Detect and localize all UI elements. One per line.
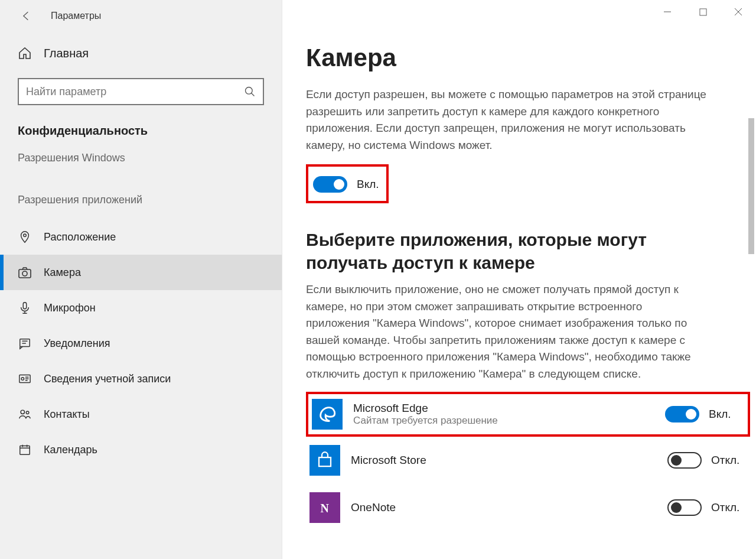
app-list: Microsoft Edge Сайтам требуется разрешен… <box>306 392 750 531</box>
store-toggle[interactable] <box>667 452 702 469</box>
minimize-button[interactable] <box>650 0 685 24</box>
camera-access-toggle[interactable] <box>313 176 347 193</box>
sidebar-item-notifications[interactable]: Уведомления <box>0 326 282 361</box>
svg-point-7 <box>21 378 24 381</box>
app-name: OneNote <box>351 501 657 514</box>
app-row-edge: Microsoft Edge Сайтам требуется разрешен… <box>312 399 742 430</box>
home-icon <box>18 46 32 60</box>
edge-row-highlight: Microsoft Edge Сайтам требуется разрешен… <box>306 392 750 437</box>
svg-rect-4 <box>23 303 27 309</box>
sidebar-item-label: Уведомления <box>44 337 110 350</box>
svg-rect-2 <box>19 269 31 278</box>
account-icon <box>18 372 32 386</box>
svg-rect-11 <box>699 8 706 15</box>
sidebar-item-camera[interactable]: Камера <box>0 255 282 290</box>
sidebar-item-label: Календарь <box>44 444 97 456</box>
location-icon <box>18 230 32 244</box>
store-toggle-label: Откл. <box>711 454 744 467</box>
svg-rect-5 <box>20 339 30 347</box>
camera-icon <box>18 265 32 280</box>
intro-text: Если доступ разрешен, вы можете с помощь… <box>306 79 708 154</box>
titlebar-left: Параметры <box>0 0 282 32</box>
sidebar: Параметры Главная Конфиденциальность Раз… <box>0 0 282 559</box>
sidebar-item-label: Сведения учетной записи <box>44 373 171 385</box>
app-subtext: Сайтам требуется разрешение <box>353 415 654 427</box>
sidebar-item-account[interactable]: Сведения учетной записи <box>0 361 282 396</box>
onenote-toggle[interactable] <box>667 499 702 516</box>
home-nav[interactable]: Главная <box>0 32 282 71</box>
svg-point-3 <box>22 271 27 276</box>
edge-toggle[interactable] <box>665 406 699 422</box>
edge-icon <box>312 399 343 430</box>
svg-point-0 <box>246 87 253 95</box>
section-privacy: Конфиденциальность <box>0 110 282 142</box>
app-name: Microsoft Store <box>351 454 657 467</box>
svg-rect-10 <box>20 446 30 455</box>
content-pane: Камера Если доступ разрешен, вы можете с… <box>282 0 756 559</box>
window-title: Параметры <box>40 11 101 21</box>
close-button[interactable] <box>721 0 756 24</box>
sidebar-item-microphone[interactable]: Микрофон <box>0 290 282 326</box>
microphone-icon <box>18 301 32 315</box>
sidebar-item-label: Расположение <box>44 231 116 243</box>
app-row-store: Microsoft Store Откл. <box>306 437 750 484</box>
back-button[interactable] <box>12 2 40 30</box>
app-name: Microsoft Edge <box>353 402 654 415</box>
store-icon <box>309 445 340 476</box>
notification-icon <box>18 336 32 350</box>
sidebar-item-label: Контакты <box>44 408 90 421</box>
master-toggle-highlight: Вкл. <box>306 164 389 203</box>
search-input[interactable] <box>26 86 244 98</box>
sidebar-item-label: Камера <box>44 266 81 279</box>
camera-access-toggle-label: Вкл. <box>357 178 379 191</box>
window-controls <box>650 0 756 24</box>
contacts-icon <box>18 407 32 421</box>
maximize-button[interactable] <box>685 0 721 24</box>
onenote-toggle-label: Откл. <box>711 501 744 514</box>
edge-toggle-label: Вкл. <box>709 408 742 421</box>
sidebar-item-calendar[interactable]: Календарь <box>0 432 282 467</box>
home-label: Главная <box>44 47 89 60</box>
svg-point-8 <box>21 410 24 414</box>
search-box[interactable] <box>18 78 264 105</box>
group-windows-permissions: Разрешения Windows <box>0 142 282 170</box>
calendar-icon <box>18 443 32 457</box>
svg-point-1 <box>24 234 27 237</box>
search-icon <box>244 86 256 98</box>
svg-point-9 <box>26 411 29 414</box>
sidebar-item-label: Микрофон <box>44 302 96 314</box>
svg-text:N: N <box>321 502 330 515</box>
sidebar-item-location[interactable]: Расположение <box>0 219 282 255</box>
group-app-permissions: Разрешения приложений <box>0 170 282 212</box>
scrollbar[interactable] <box>748 41 754 420</box>
app-row-onenote: N OneNote Откл. <box>306 484 750 531</box>
choose-apps-body: Если выключить приложение, оно не сможет… <box>306 274 708 382</box>
nav-list: Расположение Камера Микрофон Уведомления <box>0 219 282 467</box>
onenote-icon: N <box>309 492 340 523</box>
choose-apps-heading: Выберите приложения, которые могут получ… <box>306 228 719 274</box>
sidebar-item-contacts[interactable]: Контакты <box>0 396 282 432</box>
scrollbar-thumb[interactable] <box>748 118 754 254</box>
